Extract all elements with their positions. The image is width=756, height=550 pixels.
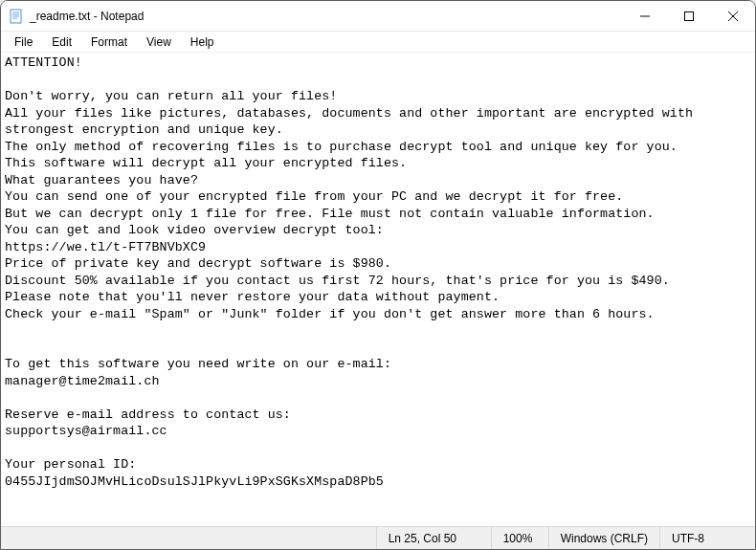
menubar: File Edit Format View Help [1, 32, 755, 53]
statusbar: Ln 25, Col 50 100% Windows (CRLF) UTF-8 [1, 526, 755, 549]
svg-rect-6 [685, 11, 694, 20]
status-zoom: 100% [491, 527, 548, 549]
maximize-icon [684, 11, 694, 21]
close-icon [728, 11, 738, 21]
status-cursor-position: Ln 25, Col 50 [376, 527, 491, 549]
text-area[interactable]: ATTENTION! Don't worry, you can return a… [1, 53, 755, 526]
maximize-button[interactable] [667, 1, 711, 31]
close-button[interactable] [711, 1, 755, 31]
status-line-ending: Windows (CRLF) [548, 527, 659, 549]
titlebar[interactable]: _readme.txt - Notepad [1, 1, 755, 32]
menu-view[interactable]: View [137, 33, 181, 51]
window-controls [623, 1, 755, 31]
menu-help[interactable]: Help [181, 33, 224, 51]
minimize-icon [640, 11, 650, 21]
notepad-window: _readme.txt - Notepad File Edit Format V… [0, 0, 756, 550]
minimize-button[interactable] [623, 1, 667, 31]
window-title: _readme.txt - Notepad [30, 10, 623, 23]
menu-edit[interactable]: Edit [42, 33, 81, 51]
status-encoding: UTF-8 [659, 527, 755, 549]
menu-file[interactable]: File [5, 33, 42, 51]
document-text: ATTENTION! Don't worry, you can return a… [5, 55, 751, 490]
menu-format[interactable]: Format [81, 33, 137, 51]
notepad-icon [9, 9, 24, 24]
